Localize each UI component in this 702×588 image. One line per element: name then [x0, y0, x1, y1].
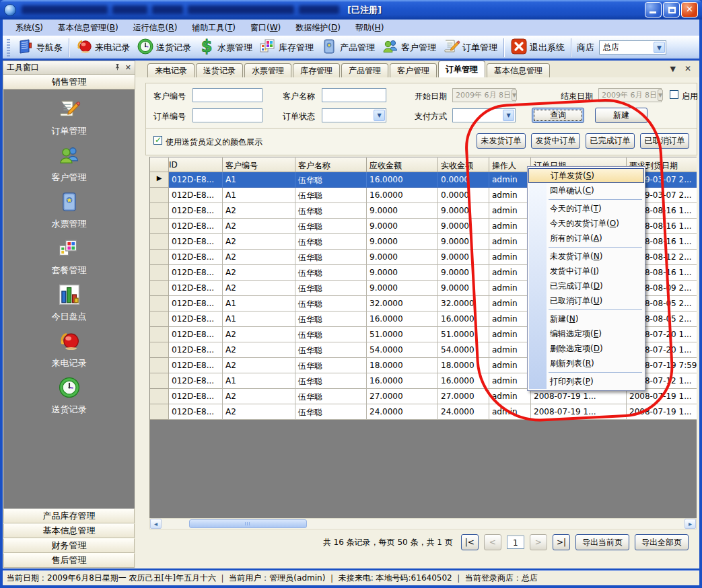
row-selector-cell[interactable] [150, 404, 169, 420]
export-current-page-button[interactable]: 导出当前页 [575, 534, 629, 550]
export-all-pages-button[interactable]: 导出全部页 [635, 534, 689, 550]
menubar-item[interactable]: 运行信息(R) [126, 20, 185, 36]
scroll-right-icon[interactable]: ▸ [685, 519, 696, 529]
row-selector-cell[interactable] [150, 219, 169, 234]
sidebar-item-送货记录[interactable]: 送货记录 [52, 376, 87, 416]
tab-库存管理[interactable]: 库存管理 [293, 63, 340, 77]
sidebar-item-套餐管理[interactable]: 套餐管理 [52, 237, 87, 277]
row-selector-cell[interactable] [150, 250, 169, 265]
sidebar-item-今日盘点[interactable]: 今日盘点 [52, 283, 87, 323]
toolbar-button-7[interactable]: 客户管理 [378, 37, 440, 59]
menubar-item[interactable]: 帮助(H) [348, 20, 391, 36]
row-selector-cell[interactable] [150, 296, 169, 311]
last-page-button[interactable]: >| [553, 534, 570, 550]
row-selector-cell[interactable] [150, 373, 169, 389]
tab-订单管理[interactable]: 订单管理 [438, 61, 485, 77]
row-selector-cell[interactable] [150, 188, 169, 203]
tab-送货记录[interactable]: 送货记录 [196, 63, 243, 77]
tab-产品管理[interactable]: 产品管理 [341, 63, 388, 77]
context-menu-item-未发货订单(N)[interactable]: 未发货订单(N) [528, 249, 644, 264]
toolbar-button-8[interactable]: 订单管理 [440, 37, 501, 59]
completed-orders-button[interactable]: 已完成订单 [586, 133, 635, 149]
page-number-input[interactable]: 1 [507, 536, 524, 549]
menubar-item[interactable]: 基本信息管理(B) [50, 20, 126, 36]
context-menu-item-订单发货(S)[interactable]: 订单发货(S) [528, 168, 644, 183]
table-row[interactable]: 012D-E8...A2伍华聪27.000027.0000admin2008-0… [150, 389, 697, 404]
column-header-ID[interactable]: ID [169, 157, 223, 172]
horizontal-scrollbar[interactable]: ◂ ▸ [149, 518, 697, 529]
context-menu-item-今天的发货订单(O)[interactable]: 今天的发货订单(O) [528, 216, 644, 231]
row-selector-cell[interactable] [150, 311, 169, 327]
context-menu-item-已取消订单(U)[interactable]: 已取消订单(U) [528, 293, 644, 308]
toolbar-button-6[interactable]: 产品管理 [317, 37, 378, 59]
next-page-button[interactable]: > [530, 534, 547, 550]
context-menu-item-删除选定项(D)[interactable]: 删除选定项(D) [528, 341, 644, 356]
column-header-应收金额[interactable]: 应收金额 [367, 157, 438, 172]
sidebar-section-sales[interactable]: 销售管理 [3, 75, 135, 89]
shipping-orders-button[interactable]: 发货中订单 [531, 133, 580, 149]
close-button[interactable]: ✕ [681, 2, 698, 17]
column-header-操作人[interactable]: 操作人 [489, 157, 531, 172]
context-menu-item-今天的订单(T)[interactable]: 今天的订单(T) [528, 201, 644, 216]
context-menu-item-刷新列表(R)[interactable]: 刷新列表(R) [528, 356, 644, 371]
order-no-input[interactable] [192, 108, 262, 122]
shop-combobox[interactable]: 总店 ▼ [599, 40, 666, 54]
context-menu-item-新建(N)[interactable]: 新建(N) [528, 311, 644, 326]
context-menu-item-所有的订单(A)[interactable]: 所有的订单(A) [528, 231, 644, 246]
menubar-item[interactable]: 数据维护(D) [288, 20, 348, 36]
tab-来电记录[interactable]: 来电记录 [147, 63, 195, 77]
start-date-picker[interactable]: 2009年 6月 8日 ▼ [452, 88, 516, 102]
customer-name-input[interactable] [322, 88, 386, 102]
row-selector-cell[interactable] [150, 389, 169, 404]
row-selector-cell[interactable] [150, 327, 169, 342]
row-selector-cell[interactable] [150, 234, 169, 250]
tab-close-icon[interactable]: ✕ [685, 64, 691, 73]
sidebar-item-客户管理[interactable]: 客户管理 [52, 144, 87, 184]
menubar-item[interactable]: 窗口(W) [243, 20, 288, 36]
sidebar-item-订单管理[interactable]: 订单管理 [52, 98, 87, 137]
column-header-实收金额[interactable]: 实收金额 [438, 157, 489, 172]
row-selector-cell[interactable] [150, 358, 169, 373]
end-date-picker[interactable]: 2009年 6月 8日 ▼ [598, 88, 662, 102]
table-row[interactable]: 012D-E8...A2伍华聪24.000024.0000admin2008-0… [150, 404, 697, 420]
sidebar-section-基本信息管理[interactable]: 基本信息管理 [3, 523, 135, 538]
menubar-item[interactable]: 辅助工具(T) [184, 20, 243, 36]
pin-icon[interactable] [114, 63, 121, 72]
row-selector-cell[interactable] [150, 281, 169, 296]
sidebar-section-售后管理[interactable]: 售后管理 [3, 553, 135, 568]
toolbar-button-2[interactable]: 来电记录 [72, 37, 133, 59]
customer-no-input[interactable] [192, 88, 262, 102]
new-button[interactable]: 新建 [595, 108, 647, 123]
maximize-button[interactable] [663, 2, 680, 17]
sidebar-item-水票管理[interactable]: 水票管理 [52, 190, 87, 230]
row-selector-cell[interactable] [150, 203, 169, 219]
tab-基本信息管理[interactable]: 基本信息管理 [487, 63, 550, 77]
close-panel-icon[interactable]: ✕ [125, 64, 131, 71]
unshipped-orders-button[interactable]: 未发货订单 [477, 133, 526, 149]
sidebar-section-产品库存管理[interactable]: 产品库存管理 [3, 509, 135, 523]
row-selector-cell[interactable] [150, 265, 169, 281]
cancelled-orders-button[interactable]: 已取消订单 [640, 133, 689, 149]
context-menu-item-打印列表(P)[interactable]: 打印列表(P) [528, 374, 644, 389]
scrollbar-thumb[interactable] [189, 519, 307, 528]
toolbar-button-9[interactable]: 退出系统 [507, 37, 568, 59]
column-header-客户编号[interactable]: 客户编号 [223, 157, 295, 172]
context-menu-item-发货中订单(I)[interactable]: 发货中订单(I) [528, 264, 644, 279]
row-selector-cell[interactable] [150, 342, 169, 358]
sidebar-section-财务管理[interactable]: 财务管理 [3, 538, 135, 553]
tab-水票管理[interactable]: 水票管理 [244, 63, 291, 77]
first-page-button[interactable]: |< [461, 534, 479, 550]
sidebar-item-来电记录[interactable]: 来电记录 [52, 330, 87, 369]
color-checkbox[interactable] [153, 136, 162, 145]
toolbar-button-1[interactable]: 导航条 [13, 37, 66, 59]
minimize-button[interactable] [645, 2, 662, 17]
toolbar-grip[interactable] [7, 39, 10, 57]
toolbar-button-4[interactable]: $水票管理 [195, 37, 256, 59]
enable-checkbox[interactable] [670, 90, 678, 99]
context-menu-item-已完成订单(D)[interactable]: 已完成订单(D) [528, 279, 644, 293]
query-button[interactable]: 查询 [532, 108, 584, 123]
prev-page-button[interactable]: < [484, 534, 501, 550]
tab-scroll-icon[interactable]: ▼ [670, 65, 675, 73]
tab-客户管理[interactable]: 客户管理 [390, 63, 437, 77]
menubar-item[interactable]: 系统(S) [8, 20, 50, 36]
